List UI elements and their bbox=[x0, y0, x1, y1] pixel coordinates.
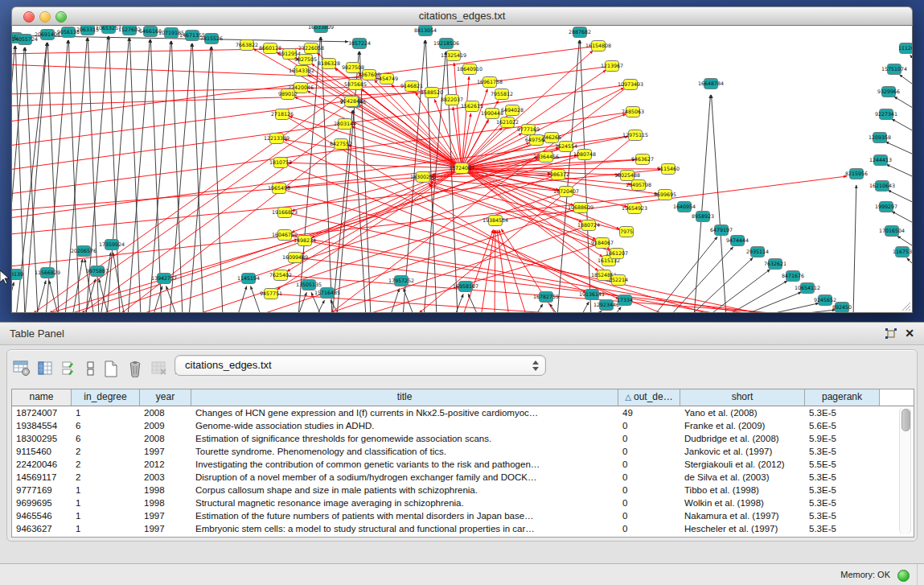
graph-node[interactable]: 7485063 bbox=[622, 107, 644, 117]
graph-node[interactable]: 5875685 bbox=[344, 80, 367, 90]
table-row[interactable]: 969969511998Structural magnetic resonanc… bbox=[12, 496, 914, 509]
graph-node[interactable]: 9115460 bbox=[657, 164, 680, 175]
graph-node[interactable]: 11126 bbox=[898, 43, 912, 54]
column-header-year[interactable]: year bbox=[140, 389, 191, 406]
graph-node[interactable]: 23226058 bbox=[298, 43, 324, 54]
graph-node[interactable]: 8215956 bbox=[845, 169, 868, 179]
column-header-title[interactable]: title bbox=[191, 389, 618, 406]
graph-node[interactable]: 9146821 bbox=[400, 81, 423, 92]
graph-node[interactable]: 16782759 bbox=[533, 292, 559, 303]
citation-graph[interactable]: 1552824055724206914069056138206331510653… bbox=[12, 26, 912, 312]
graph-node[interactable]: 1621022 bbox=[496, 117, 519, 128]
graph-node[interactable]: 116753 bbox=[893, 247, 912, 257]
graph-node[interactable]: 2887682 bbox=[569, 27, 591, 38]
graph-node[interactable]: 892450 bbox=[832, 303, 852, 313]
graph-node[interactable]: 1965498 bbox=[268, 183, 290, 194]
create-column-icon[interactable] bbox=[101, 360, 121, 377]
graph-node[interactable]: 19654923 bbox=[622, 204, 647, 214]
table-row[interactable]: 977716911998Corpus callosum shape and si… bbox=[12, 484, 914, 496]
graph-node[interactable]: 9227341 bbox=[875, 109, 897, 120]
column-header-short[interactable]: short bbox=[680, 389, 805, 406]
graph-node[interactable]: 12975115 bbox=[622, 130, 648, 141]
graph-node[interactable]: 9827505 bbox=[294, 55, 317, 65]
float-panel-icon[interactable] bbox=[885, 328, 897, 339]
graph-node[interactable]: 7663822 bbox=[236, 40, 258, 51]
column-header-in_degree[interactable]: in_degree bbox=[72, 389, 140, 406]
graph-node[interactable]: 6479197 bbox=[710, 225, 733, 236]
graph-node[interactable]: 1640954 bbox=[673, 202, 696, 212]
graph-node[interactable]: 8958923 bbox=[692, 212, 714, 222]
graph-node[interactable]: 7955812 bbox=[491, 89, 513, 100]
row-height-icon[interactable] bbox=[84, 360, 97, 377]
table-settings-icon[interactable] bbox=[12, 360, 31, 377]
graph-node[interactable]: 9474444 bbox=[726, 236, 749, 246]
column-header-name[interactable]: name bbox=[12, 389, 72, 406]
graph-node[interactable]: 1880724 bbox=[577, 220, 600, 231]
zoom-traffic-light-icon[interactable] bbox=[55, 11, 67, 23]
graph-node[interactable]: 1209358 bbox=[869, 133, 891, 143]
column-header-pagerank[interactable]: pagerank bbox=[805, 389, 880, 406]
delete-columns-icon[interactable] bbox=[125, 360, 145, 377]
table-row[interactable]: 946362711997Embryonic stem cells: a mode… bbox=[12, 522, 914, 535]
graph-node[interactable]: 18720407 bbox=[553, 187, 579, 197]
network-canvas[interactable]: 1552824055724206914069056138206331510653… bbox=[11, 26, 913, 313]
graph-node[interactable]: 16154808 bbox=[585, 41, 611, 51]
graph-node[interactable]: 2935114 bbox=[746, 247, 769, 257]
table-row[interactable]: 1872400712008Changes of HCN gene express… bbox=[12, 406, 914, 419]
graph-node[interactable]: 3857224 bbox=[348, 39, 371, 49]
graph-node[interactable]: 1588520 bbox=[421, 88, 443, 98]
graph-node[interactable]: 8813054 bbox=[414, 26, 437, 36]
graph-node[interactable]: 1562615 bbox=[461, 101, 483, 112]
graph-node[interactable]: 16543382 bbox=[289, 66, 314, 76]
graph-node[interactable]: 9463627 bbox=[631, 154, 654, 165]
graph-node[interactable]: 252214 bbox=[609, 275, 628, 286]
graph-node[interactable]: 10654112 bbox=[795, 283, 820, 294]
graph-node[interactable]: 1999297 bbox=[875, 202, 897, 212]
graph-node[interactable]: 9329966 bbox=[877, 87, 900, 97]
vertical-scrollbar[interactable] bbox=[899, 407, 911, 534]
show-columns-icon[interactable] bbox=[36, 360, 55, 377]
graph-node[interactable]: 1810753 bbox=[269, 158, 292, 168]
graph-node[interactable]: 17016504 bbox=[879, 226, 905, 237]
graph-node[interactable]: 9457751 bbox=[260, 289, 282, 299]
graph-node[interactable]: 1498234 bbox=[294, 236, 316, 246]
graph-node[interactable]: 17359924 bbox=[99, 240, 125, 250]
graph-node[interactable]: 1213967 bbox=[601, 61, 623, 72]
graph-node[interactable]: 16648784 bbox=[698, 79, 724, 89]
graph-node[interactable]: 19495798 bbox=[626, 180, 651, 191]
graph-node[interactable]: 13505135 bbox=[296, 280, 322, 290]
graph-node[interactable]: 10688609 bbox=[568, 203, 593, 213]
window-titlebar[interactable]: citations_edges.txt bbox=[11, 6, 913, 26]
graph-node[interactable]: 11566829 bbox=[35, 268, 60, 278]
graph-node[interactable]: 1990448 bbox=[481, 109, 503, 119]
table-row[interactable]: 911546021997Tourette syndrome. Phenomeno… bbox=[12, 445, 914, 458]
graph-node[interactable]: 16033809 bbox=[308, 26, 334, 33]
graph-node[interactable]: 1145194 bbox=[237, 274, 260, 284]
close-panel-icon[interactable]: ✕ bbox=[905, 326, 914, 340]
graph-node[interactable]: 12923446 bbox=[593, 300, 619, 311]
graph-node[interactable]: 15751074 bbox=[881, 64, 907, 75]
graph-node[interactable]: 10973493 bbox=[618, 80, 643, 90]
graph-node[interactable]: 39139 bbox=[12, 270, 23, 280]
graph-node[interactable]: 1244413 bbox=[869, 155, 892, 166]
table-row[interactable]: 1938455462009Genome-wide association stu… bbox=[12, 419, 914, 432]
table-row[interactable]: 1830029562008Estimation of significance … bbox=[12, 432, 914, 445]
graph-node[interactable]: 746266 bbox=[542, 133, 561, 143]
graph-node[interactable]: 1080748 bbox=[573, 150, 596, 160]
graph-node[interactable]: 15716485 bbox=[314, 288, 340, 299]
graph-node[interactable]: 8822037 bbox=[441, 95, 463, 105]
graph-node[interactable]: 6494028 bbox=[501, 105, 524, 116]
graph-node[interactable]: 19166823 bbox=[272, 208, 298, 218]
graph-node[interactable]: 2718126 bbox=[271, 109, 294, 120]
graph-node[interactable]: 12325419 bbox=[441, 51, 466, 61]
table-chooser-dropdown[interactable]: citations_edges.txt bbox=[175, 355, 546, 376]
graph-node[interactable]: 8186328 bbox=[318, 59, 340, 69]
graph-node[interactable]: 7632621 bbox=[764, 259, 786, 270]
graph-node[interactable]: 10025488 bbox=[614, 171, 640, 181]
graph-node[interactable]: 18640910 bbox=[457, 64, 483, 75]
graph-node[interactable]: 20206576 bbox=[71, 246, 97, 257]
scrollbar-thumb[interactable] bbox=[901, 409, 910, 431]
graph-node[interactable]: 7815526 bbox=[200, 34, 223, 44]
table-row[interactable]: 946554611997Estimation of the future num… bbox=[12, 509, 914, 522]
graph-node[interactable]: 16210643 bbox=[869, 181, 895, 192]
